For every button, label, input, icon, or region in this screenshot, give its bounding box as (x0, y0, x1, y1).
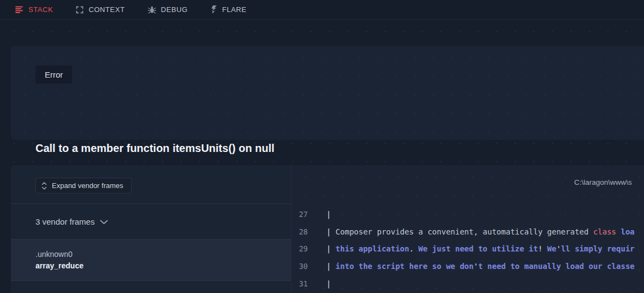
expand-vendor-frames-button[interactable]: Expand vendor frames (35, 178, 132, 194)
line-number: 28 (296, 227, 308, 236)
code-text: | (326, 210, 331, 219)
code-text: | this application. We just need to util… (326, 244, 635, 253)
file-path[interactable]: C:\laragon\www\s (574, 178, 632, 186)
code-text: | (326, 279, 331, 288)
code-line: 30| into the script here so we don't nee… (291, 257, 644, 275)
code-text: | into the script here so we don't need … (326, 262, 635, 271)
error-message: Call to a member function itemsUnits() o… (35, 142, 275, 155)
code-line: 28| Composer provides a convenient, auto… (291, 223, 644, 241)
vendor-frames-group[interactable]: 3 vendor frames (11, 204, 291, 239)
tab-stack[interactable]: STACK (15, 5, 53, 14)
tab-label: FLARE (222, 5, 247, 14)
frame-method: array_reduce (35, 260, 291, 272)
chevron-up-down-icon (41, 182, 47, 190)
tab-context[interactable]: CONTEXT (76, 5, 124, 14)
brackets-icon (76, 6, 84, 14)
bug-icon (148, 6, 156, 14)
error-type-badge: Error (35, 66, 72, 84)
tab-flare[interactable]: FLARE (211, 5, 247, 14)
tab-label: DEBUG (161, 5, 188, 14)
code-line: 31| (291, 275, 644, 292)
expand-vendor-frames-label: Expand vendor frames (52, 181, 123, 190)
line-number: 29 (296, 244, 308, 253)
page-background: Error Call to a member function itemsUni… (0, 20, 644, 293)
error-card: Error Call to a member function itemsUni… (11, 46, 644, 140)
code-line: 29| this application. We just need to ut… (291, 240, 644, 257)
vendor-frames-label: 3 vendor frames (35, 217, 94, 226)
line-number: 27 (296, 210, 308, 219)
stack-lines-icon (15, 6, 23, 13)
line-number: 31 (296, 279, 308, 288)
code-line: 27| (291, 206, 644, 223)
tab-label: CONTEXT (88, 5, 124, 14)
frame-class: .unknown0 (35, 249, 291, 260)
stack-trace-section: Expand vendor frames 3 vendor frames .un… (11, 165, 644, 293)
chevron-down-icon (100, 220, 108, 225)
tab-label: STACK (28, 5, 53, 14)
frames-panel: Expand vendor frames 3 vendor frames .un… (11, 165, 291, 293)
code-lines: 27|28| Composer provides a convenient, a… (291, 206, 644, 292)
line-number: 30 (296, 262, 308, 271)
code-panel: C:\laragon\www\s 27|28| Composer provide… (291, 165, 644, 293)
frames-header: Expand vendor frames (11, 165, 291, 204)
stack-frame-selected[interactable]: .unknown0 array_reduce (11, 239, 291, 281)
top-nav: STACK CONTEXT DEBUG FLARE (0, 0, 644, 20)
code-text: | Composer provides a convenient, automa… (326, 227, 635, 236)
flare-icon (211, 5, 217, 14)
tab-debug[interactable]: DEBUG (148, 5, 188, 14)
